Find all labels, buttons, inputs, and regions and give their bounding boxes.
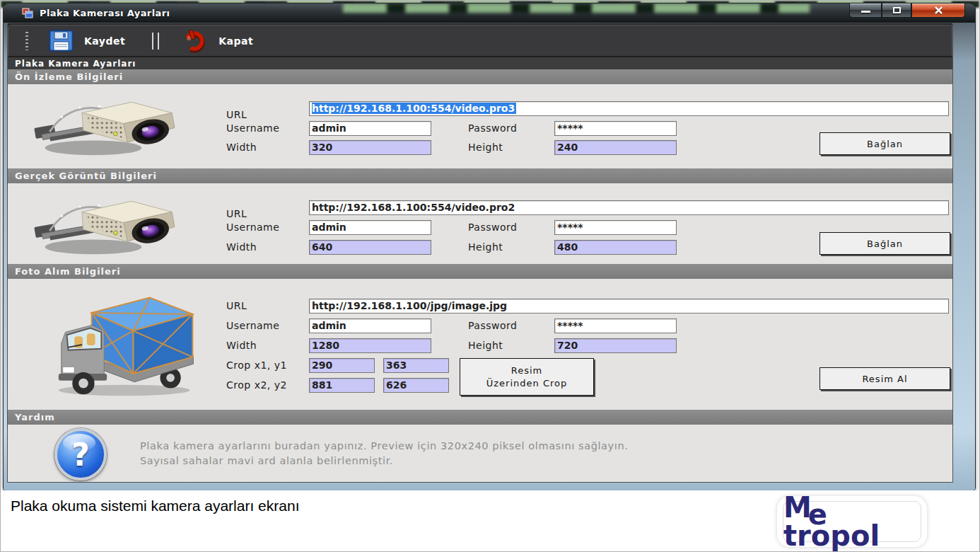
titlebar[interactable]: Plaka Kamerası Ayarları xyxy=(4,4,975,23)
crop-from-image-button[interactable]: Resim Üzerinden Crop xyxy=(460,358,594,396)
username-label: Username xyxy=(226,318,279,333)
height-field[interactable]: 720 xyxy=(554,338,677,353)
section-live: URL http://192.168.1.100:554/video.pro2 … xyxy=(8,183,952,264)
page: Plaka Kamerası Ayarları xyxy=(0,0,980,552)
section-header-preview: Ön İzleme Bilgileri xyxy=(8,69,952,84)
width-field[interactable]: 320 xyxy=(309,140,431,155)
help-question-icon: ? xyxy=(54,428,107,481)
width-field[interactable]: 640 xyxy=(309,240,431,255)
cctv-camera-icon xyxy=(29,93,185,160)
minimize-button[interactable] xyxy=(849,4,882,18)
capture-image-button[interactable]: Resim Al xyxy=(819,367,950,390)
url-label: URL xyxy=(226,207,247,222)
connect-button[interactable]: Bağlan xyxy=(819,232,950,255)
username-field[interactable]: admin xyxy=(309,318,431,333)
url-label: URL xyxy=(226,299,247,314)
caption-bar: Plaka okuma sistemi kamera ayarları ekra… xyxy=(1,490,979,552)
crop-button-line2: Üzerinden Crop xyxy=(486,377,568,390)
width-label: Width xyxy=(226,140,257,155)
password-label: Password xyxy=(468,121,517,136)
crop-y2-field[interactable]: 626 xyxy=(383,378,449,393)
url-value-selected: http://192.168.1.100:554/video.pro3 xyxy=(312,103,516,114)
username-label: Username xyxy=(226,121,279,136)
maximize-icon xyxy=(893,7,901,13)
client-area: Kaydet Kapat Plaka Kamera Ayarla xyxy=(7,23,953,483)
help-text: Plaka kamera ayarlarını buradan yapınız.… xyxy=(140,439,628,468)
height-label: Height xyxy=(468,240,503,255)
app-window: Plaka Kamerası Ayarları xyxy=(4,4,975,490)
crop-y1-field[interactable]: 363 xyxy=(383,358,449,373)
password-field[interactable]: ***** xyxy=(554,318,677,333)
crop2-label: Crop x2, y2 xyxy=(226,378,287,393)
width-label: Width xyxy=(226,338,257,353)
group-header: Plaka Kamera Ayarları xyxy=(8,57,952,69)
width-field[interactable]: 1280 xyxy=(309,338,431,353)
section-help: ? Plaka kamera ayarlarını buradan yapını… xyxy=(8,425,952,483)
username-field[interactable]: admin xyxy=(309,121,431,136)
url-label: URL xyxy=(226,108,247,122)
height-label: Height xyxy=(468,140,503,155)
close-app-button[interactable]: Kapat xyxy=(175,25,259,57)
toolbar: Kaydet Kapat xyxy=(8,25,952,57)
section-photo: URL http://192.168.1.100/jpg/image.jpg U… xyxy=(8,279,952,410)
cctv-camera-icon xyxy=(29,192,185,259)
save-button[interactable]: Kaydet xyxy=(42,26,131,55)
height-field[interactable]: 480 xyxy=(554,240,677,255)
username-field[interactable]: admin xyxy=(309,220,431,235)
caption-text: Plaka okuma sistemi kamera ayarları ekra… xyxy=(11,498,300,514)
password-field[interactable]: ***** xyxy=(554,121,677,136)
maximize-button[interactable] xyxy=(882,4,911,18)
section-header-live: Gerçek Görüntü Bilgileri xyxy=(8,168,952,183)
section-header-photo: Foto Alım Bilgileri xyxy=(8,264,952,279)
password-label: Password xyxy=(468,318,517,333)
width-label: Width xyxy=(226,240,257,255)
close-app-button-label: Kapat xyxy=(218,35,253,47)
help-line-2: Sayısal sahalar mavi ard alanla belirlen… xyxy=(140,454,628,468)
toolbar-grip-handle[interactable] xyxy=(25,32,28,50)
close-button[interactable] xyxy=(911,4,965,18)
help-line-1: Plaka kamera ayarlarını buradan yapınız.… xyxy=(140,439,628,454)
window-controls xyxy=(849,4,965,18)
metropol-logo: Metropol xyxy=(777,496,927,547)
username-label: Username xyxy=(226,220,279,235)
height-field[interactable]: 240 xyxy=(554,140,677,155)
crop1-label: Crop x1, y1 xyxy=(226,358,287,373)
crop-button-line1: Resim xyxy=(511,364,543,377)
height-label: Height xyxy=(468,338,503,353)
section-preview: URL http://192.168.1.100:554/video.pro3 … xyxy=(8,84,952,168)
url-field[interactable]: http://192.168.1.100/jpg/image.jpg xyxy=(309,299,949,314)
save-button-label: Kaydet xyxy=(84,35,125,47)
minimize-icon xyxy=(861,11,870,13)
window-title: Plaka Kamerası Ayarları xyxy=(40,8,170,18)
crop-x2-field[interactable]: 881 xyxy=(309,378,375,393)
app-icon xyxy=(22,8,33,18)
close-icon xyxy=(934,6,943,15)
section-header-help: Yardım xyxy=(8,410,952,425)
crop-x1-field[interactable]: 290 xyxy=(309,358,375,373)
url-field[interactable]: http://192.168.1.100:554/video.pro3 xyxy=(309,101,949,116)
power-icon xyxy=(180,28,209,54)
password-label: Password xyxy=(468,220,517,235)
truck-icon xyxy=(52,287,204,399)
connect-button[interactable]: Bağlan xyxy=(819,132,950,155)
url-field[interactable]: http://192.168.1.100:554/video.pro2 xyxy=(309,200,949,215)
toolbar-separator xyxy=(152,33,159,50)
floppy-disk-icon xyxy=(48,29,74,52)
password-field[interactable]: ***** xyxy=(554,220,677,235)
